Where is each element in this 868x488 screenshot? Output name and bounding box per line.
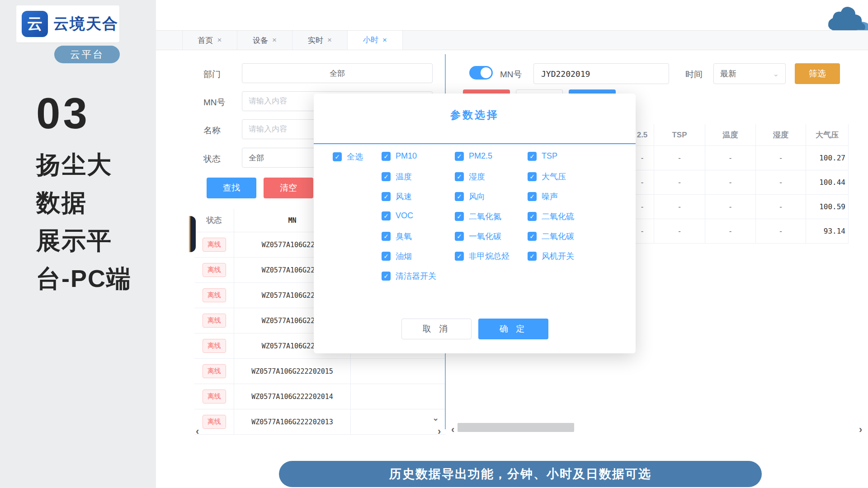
checkbox-checked-icon[interactable]: ✓ <box>528 152 537 161</box>
checkbox-PM2.5[interactable]: ✓PM2.5 <box>455 151 492 161</box>
checkbox-清洁器开关[interactable]: ✓清洁器开关 <box>382 271 436 282</box>
checkbox-checked-icon[interactable]: ✓ <box>455 152 464 161</box>
checkbox-checked-icon[interactable]: ✓ <box>382 252 391 261</box>
checkbox-风速[interactable]: ✓风速 <box>382 191 412 202</box>
data-cell: - <box>654 146 705 170</box>
checkbox-非甲烷总烃[interactable]: ✓非甲烷总烃 <box>455 251 509 262</box>
status-badge: 离线 <box>203 288 226 302</box>
checkbox-checked-icon[interactable]: ✓ <box>455 192 464 201</box>
checkbox-checked-icon[interactable]: ✓ <box>455 232 464 241</box>
modal-title: 参数选择 <box>314 108 636 122</box>
checkbox-checked-icon[interactable]: ✓ <box>528 172 537 181</box>
data-row[interactable]: ----100.27 <box>631 146 849 170</box>
data-cell: 93.14 <box>806 219 849 244</box>
checkbox-风向[interactable]: ✓风向 <box>455 191 485 202</box>
checkbox-checked-icon[interactable]: ✓ <box>455 172 464 181</box>
checkbox-label: 噪声 <box>542 191 558 202</box>
tab-首页[interactable]: 首页× <box>182 31 237 50</box>
slide-title-line: 展示平 <box>36 221 132 259</box>
checkbox-label: 全选 <box>347 151 363 162</box>
parameter-modal: 参数选择 ✓全选✓PM10✓PM2.5✓TSP✓温度✓湿度✓大气压✓风速✓风向✓… <box>314 94 636 353</box>
checkbox-噪声[interactable]: ✓噪声 <box>528 191 558 202</box>
data-row[interactable]: ----100.44 <box>631 170 849 195</box>
checkbox-湿度[interactable]: ✓湿度 <box>455 171 485 182</box>
checkbox-checked-icon[interactable]: ✓ <box>382 172 391 181</box>
checkbox-PM10[interactable]: ✓PM10 <box>382 151 417 161</box>
tab-实时[interactable]: 实时× <box>292 31 348 50</box>
mn-input[interactable] <box>533 63 669 84</box>
status-cell: 离线 <box>194 232 234 257</box>
checkbox-label: 风速 <box>396 191 412 202</box>
table-row[interactable]: 离线WZ0577A106G222202014 <box>194 384 446 409</box>
checkbox-TSP[interactable]: ✓TSP <box>528 151 557 161</box>
checkbox-臭氧[interactable]: ✓臭氧 <box>382 231 412 242</box>
checkbox-checked-icon[interactable]: ✓ <box>455 252 464 261</box>
logo: 云 云境天合 <box>16 5 119 42</box>
checkbox-label: 风向 <box>469 191 485 202</box>
time-select-value: 最新 <box>720 68 736 79</box>
confirm-button[interactable]: 确 定 <box>478 319 548 339</box>
checkbox-checked-icon[interactable]: ✓ <box>333 152 342 161</box>
data-table-header-cell: 大气压 <box>806 124 849 146</box>
scroll-down-icon[interactable]: ⌄ <box>432 414 439 422</box>
form-input-部门[interactable] <box>242 63 433 83</box>
chevron-down-icon: ⌄ <box>773 70 779 78</box>
left-hscroll-left-icon[interactable]: ‹ <box>196 427 199 436</box>
slide-title-line: 扬尘大 <box>36 145 132 183</box>
tab-close-icon[interactable]: × <box>327 36 332 45</box>
data-row[interactable]: ----100.59 <box>631 195 849 219</box>
checkbox-label: 湿度 <box>469 171 485 182</box>
checkbox-checked-icon[interactable]: ✓ <box>455 212 464 221</box>
checkbox-checked-icon[interactable]: ✓ <box>382 192 391 201</box>
checkbox-二氧化碳[interactable]: ✓二氧化碳 <box>528 231 574 242</box>
table-row[interactable]: 离线WZ0577A106G222202013 <box>194 409 446 435</box>
clear-button[interactable]: 清空 <box>264 178 313 198</box>
tab-close-icon[interactable]: × <box>382 36 387 45</box>
right-hscroll-left-icon[interactable]: ‹ <box>451 425 454 435</box>
checkbox-checked-icon[interactable]: ✓ <box>528 252 537 261</box>
checkbox-二氧化氮[interactable]: ✓二氧化氮 <box>455 211 501 222</box>
left-hscroll-right-icon[interactable]: › <box>438 427 441 436</box>
data-cell: - <box>705 170 756 195</box>
checkbox-checked-icon[interactable]: ✓ <box>528 212 537 221</box>
checkbox-VOC[interactable]: ✓VOC <box>382 211 413 221</box>
checkbox-温度[interactable]: ✓温度 <box>382 171 412 182</box>
checkbox-label: 风机开关 <box>542 251 574 262</box>
checkbox-一氧化碳[interactable]: ✓一氧化碳 <box>455 231 501 242</box>
right-hscroll-right-icon[interactable]: › <box>859 425 862 435</box>
checkbox-checked-icon[interactable]: ✓ <box>528 232 537 241</box>
checkbox-全选[interactable]: ✓全选 <box>333 151 363 162</box>
tab-close-icon[interactable]: × <box>217 36 222 45</box>
search-button[interactable]: 查找 <box>207 178 256 198</box>
slide-title-line: 数据 <box>36 183 132 221</box>
right-hscroll-thumb[interactable] <box>458 423 574 432</box>
checkbox-checked-icon[interactable]: ✓ <box>382 152 391 161</box>
checkbox-大气压[interactable]: ✓大气压 <box>528 171 566 182</box>
checkbox-checked-icon[interactable]: ✓ <box>382 232 391 241</box>
checkbox-label: PM2.5 <box>469 151 492 161</box>
mn-cell: WZ0577A106G222202015 <box>234 359 351 384</box>
checkbox-二氧化硫[interactable]: ✓二氧化硫 <box>528 211 574 222</box>
checkbox-checked-icon[interactable]: ✓ <box>528 192 537 201</box>
tab-小时[interactable]: 小时× <box>348 31 403 50</box>
data-cell: - <box>654 170 705 195</box>
table-row[interactable]: 离线WZ0577A106G222202015 <box>194 359 446 384</box>
data-table-header-cell: TSP <box>654 124 705 146</box>
cancel-button[interactable]: 取 消 <box>401 319 472 339</box>
status-cell: 离线 <box>194 308 234 333</box>
tab-设备[interactable]: 设备× <box>237 31 292 50</box>
filter-button[interactable]: 筛选 <box>795 63 840 84</box>
checkbox-油烟[interactable]: ✓油烟 <box>382 251 412 262</box>
checkbox-风机开关[interactable]: ✓风机开关 <box>528 251 574 262</box>
top-strip <box>156 0 868 31</box>
data-row[interactable]: ----93.14 <box>631 219 849 244</box>
logo-icon: 云 <box>22 11 48 37</box>
checkbox-checked-icon[interactable]: ✓ <box>382 211 391 221</box>
mn-toggle[interactable] <box>469 66 493 80</box>
drawer-handle[interactable] <box>189 216 196 252</box>
data-cell: - <box>756 219 806 244</box>
checkbox-checked-icon[interactable]: ✓ <box>382 272 391 281</box>
cloud-icon <box>821 3 868 31</box>
time-select[interactable]: 最新 ⌄ <box>713 63 786 84</box>
tab-close-icon[interactable]: × <box>272 36 277 45</box>
